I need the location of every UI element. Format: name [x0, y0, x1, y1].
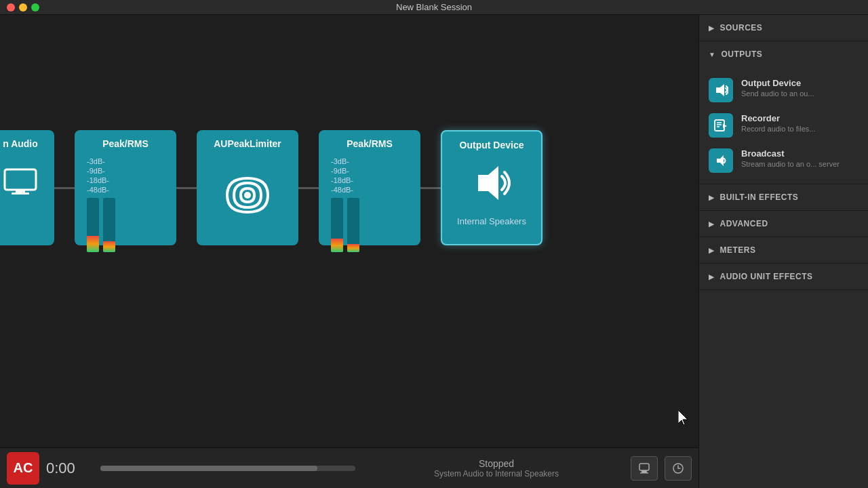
sources-header[interactable]: ▶ SOURCES	[699, 15, 868, 41]
svg-marker-9	[716, 84, 724, 96]
sidebar-item-broadcast[interactable]: Broadcast Stream audio to an o... server	[699, 143, 868, 178]
system-audio-title: n Audio	[3, 138, 38, 149]
output-device-item-desc: Send audio to an ou...	[741, 89, 814, 98]
output-device-text: Output Device Send audio to an ou...	[741, 78, 814, 98]
status-bar: AC 0:00 Stopped System Audio to Internal…	[0, 447, 698, 488]
recorder-item-name: Recorder	[741, 113, 815, 123]
outputs-section: ▼ OUTPUTS Output Device Send audio to an…	[699, 41, 868, 184]
sidebar: ▶ SOURCES ▼ OUTPUTS Output Device	[698, 15, 868, 488]
audio-unit-effects-label: AUDIO UNIT EFFECTS	[720, 272, 813, 281]
status-btn-1[interactable]	[631, 456, 658, 481]
meters-section: ▶ METERS	[699, 237, 868, 264]
peak-rms-1-title: Peak/RMS	[102, 138, 149, 149]
meters-header[interactable]: ▶ METERS	[699, 237, 868, 263]
broadcast-icon	[709, 148, 733, 173]
canvas-area[interactable]: n Audio Peak/RMS -3dB- -9dB-	[0, 15, 698, 447]
peak-rms-2-meter: -3dB- -9dB- -18dB- -48dB-	[324, 157, 415, 252]
connector-1	[54, 187, 75, 189]
peak-rms-1-node[interactable]: Peak/RMS -3dB- -9dB- -18dB- -48dB-	[75, 130, 176, 245]
connector-4	[420, 187, 441, 189]
advanced-chevron: ▶	[709, 220, 715, 228]
svg-rect-2	[12, 192, 29, 195]
output-device-node[interactable]: Output Device Internal Speakers	[441, 130, 542, 245]
built-in-effects-label: BUILT-IN EFFECTS	[720, 192, 799, 202]
outputs-header[interactable]: ▼ OUTPUTS	[699, 41, 868, 67]
progress-bar-fill	[100, 466, 317, 471]
svg-rect-5	[639, 464, 649, 470]
meter-bar-left	[87, 198, 99, 252]
outputs-label: OUTPUTS	[721, 49, 762, 59]
main-area: n Audio Peak/RMS -3dB- -9dB-	[0, 15, 698, 488]
meter-bar-right	[103, 198, 115, 252]
broadcast-item-name: Broadcast	[741, 148, 840, 159]
recorder-text: Recorder Record audio to files...	[741, 113, 815, 133]
status-btn-2[interactable]	[665, 456, 692, 481]
status-info: Stopped System Audio to Internal Speaker…	[369, 458, 624, 479]
minimize-button[interactable]	[19, 3, 27, 12]
titlebar: New Blank Session	[0, 0, 868, 15]
outputs-content: Output Device Send audio to an ou...	[699, 67, 868, 184]
ac-badge: AC	[7, 452, 39, 485]
audio-unit-effects-chevron: ▶	[709, 273, 715, 281]
advanced-section: ▶ ADVANCED	[699, 211, 868, 237]
node-chain: n Audio Peak/RMS -3dB- -9dB-	[0, 130, 542, 245]
sidebar-item-output-device[interactable]: Output Device Send audio to an ou...	[699, 73, 868, 108]
monitor-icon	[3, 168, 37, 201]
sources-label: SOURCES	[720, 23, 763, 33]
built-in-effects-section: ▶ BUILT-IN EFFECTS	[699, 184, 868, 211]
peak-rms-2-node[interactable]: Peak/RMS -3dB- -9dB- -18dB- -48dB-	[319, 130, 420, 245]
built-in-effects-header[interactable]: ▶ BUILT-IN EFFECTS	[699, 184, 868, 210]
advanced-label: ADVANCED	[720, 219, 768, 228]
output-device-subtitle: Internal Speakers	[457, 216, 526, 226]
meter-bar-left-2	[331, 198, 343, 252]
audio-unit-effects-section: ▶ AUDIO UNIT EFFECTS	[699, 264, 868, 290]
connector-3	[298, 187, 319, 189]
sources-section: ▶ SOURCES	[699, 15, 868, 41]
outputs-chevron: ▼	[709, 51, 715, 58]
speaker-icon	[468, 163, 515, 211]
recorder-icon	[709, 113, 733, 138]
peak-rms-2-title: Peak/RMS	[347, 138, 393, 149]
progress-bar[interactable]	[100, 466, 355, 471]
built-in-effects-chevron: ▶	[709, 194, 715, 201]
svg-rect-6	[642, 470, 647, 472]
svg-point-3	[244, 192, 251, 199]
advanced-header[interactable]: ▶ ADVANCED	[699, 211, 868, 237]
broadcast-item-desc: Stream audio to an o... server	[741, 160, 840, 168]
window-title: New Blank Session	[396, 2, 472, 12]
svg-rect-10	[715, 120, 724, 131]
maximize-button[interactable]	[31, 3, 39, 12]
svg-rect-7	[640, 472, 648, 474]
connector-2	[176, 187, 197, 189]
svg-marker-4	[478, 166, 498, 200]
traffic-lights	[7, 3, 39, 12]
meter-bar-right-2	[347, 198, 359, 252]
broadcast-text: Broadcast Stream audio to an o... server	[741, 148, 840, 168]
au-peak-limiter-node[interactable]: AUPeakLimiter	[197, 130, 298, 245]
output-device-title: Output Device	[460, 140, 524, 150]
close-button[interactable]	[7, 3, 15, 12]
sources-chevron: ▶	[709, 24, 715, 32]
audio-unit-effects-header[interactable]: ▶ AUDIO UNIT EFFECTS	[699, 264, 868, 289]
peak-rms-1-meter: -3dB- -9dB- -18dB- -48dB-	[80, 157, 171, 252]
output-device-icon	[709, 78, 733, 102]
meters-label: METERS	[720, 245, 756, 255]
recorder-item-desc: Record audio to files...	[741, 125, 815, 133]
svg-marker-15	[717, 155, 724, 166]
svg-rect-0	[5, 169, 36, 190]
sidebar-item-recorder[interactable]: Recorder Record audio to files...	[699, 108, 868, 143]
au-peak-limiter-title: AUPeakLimiter	[214, 138, 281, 149]
output-device-item-name: Output Device	[741, 78, 814, 88]
meters-chevron: ▶	[709, 247, 715, 254]
time-display: 0:00	[46, 460, 87, 477]
system-audio-node[interactable]: n Audio	[0, 130, 54, 245]
radio-waves-icon	[220, 168, 275, 218]
status-sub: System Audio to Internal Speakers	[434, 469, 559, 479]
status-stopped: Stopped	[479, 458, 514, 469]
svg-rect-1	[16, 190, 25, 192]
